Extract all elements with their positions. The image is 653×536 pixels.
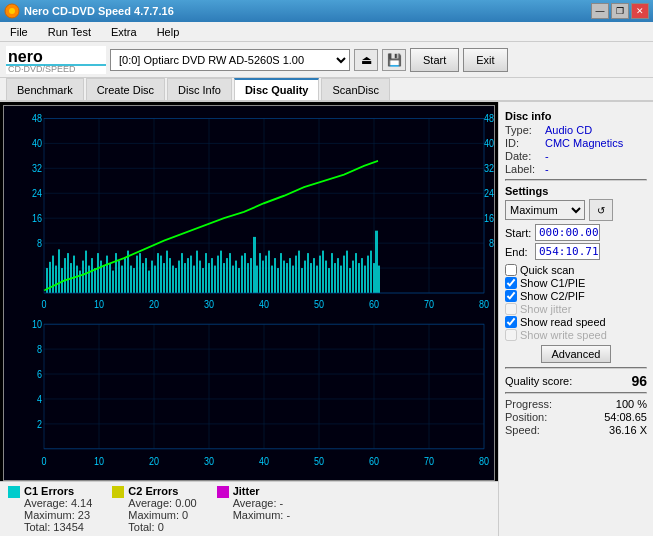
tab-scandisc[interactable]: ScanDisc [321, 78, 389, 100]
menu-file[interactable]: File [4, 24, 34, 40]
c2-color [112, 486, 124, 498]
tab-disc-quality[interactable]: Disc Quality [234, 78, 320, 100]
show-read-speed-checkbox[interactable] [505, 316, 517, 328]
show-write-speed-label: Show write speed [520, 329, 607, 341]
svg-rect-39 [58, 249, 60, 293]
svg-rect-118 [295, 256, 297, 293]
svg-rect-68 [145, 258, 147, 293]
svg-text:30: 30 [204, 455, 214, 467]
show-jitter-checkbox[interactable] [505, 303, 517, 315]
svg-rect-111 [274, 258, 276, 293]
jitter-title: Jitter [233, 485, 290, 497]
svg-text:24: 24 [484, 187, 494, 199]
svg-text:16: 16 [484, 212, 494, 224]
svg-rect-81 [184, 263, 186, 293]
svg-rect-84 [193, 266, 195, 293]
restore-button[interactable]: ❐ [611, 3, 629, 19]
svg-rect-67 [142, 263, 144, 293]
svg-rect-100 [241, 256, 243, 293]
main-content: 48 40 32 24 16 8 48 40 32 24 16 8 [0, 102, 653, 536]
menu-run-test[interactable]: Run Test [42, 24, 97, 40]
right-panel: Disc info Type: Audio CD ID: CMC Magneti… [498, 102, 653, 536]
chart-area: 48 40 32 24 16 8 48 40 32 24 16 8 [3, 105, 495, 481]
toolbar: nero CD·DVD/SPEED [0:0] Optiarc DVD RW A… [0, 42, 653, 78]
svg-text:10: 10 [94, 455, 104, 467]
title-controls: — ❐ ✕ [591, 3, 649, 19]
position-row: Position: 54:08.65 [505, 411, 647, 423]
svg-rect-124 [313, 258, 315, 293]
svg-rect-63 [130, 266, 132, 293]
svg-rect-80 [181, 253, 183, 293]
svg-text:32: 32 [484, 162, 494, 174]
svg-text:80: 80 [479, 298, 489, 310]
svg-rect-130 [331, 253, 333, 293]
svg-rect-141 [364, 266, 366, 293]
svg-rect-127 [322, 251, 324, 293]
c2-title: C2 Errors [128, 485, 196, 497]
svg-rect-103 [250, 258, 252, 293]
svg-rect-56 [109, 263, 111, 293]
svg-rect-71 [154, 266, 156, 293]
svg-text:60: 60 [369, 298, 379, 310]
tab-create-disc[interactable]: Create Disc [86, 78, 165, 100]
quick-scan-row: Quick scan [505, 264, 647, 276]
svg-rect-143 [370, 251, 372, 293]
disc-id-label: ID: [505, 137, 545, 149]
show-read-speed-row: Show read speed [505, 316, 647, 328]
chart-svg: 48 40 32 24 16 8 48 40 32 24 16 8 [4, 106, 494, 480]
quick-scan-checkbox[interactable] [505, 264, 517, 276]
exit-button[interactable]: Exit [463, 48, 507, 72]
svg-rect-119 [298, 251, 300, 293]
show-c2-pif-label: Show C2/PIF [520, 290, 585, 302]
svg-rect-120 [301, 268, 303, 293]
svg-rect-113 [280, 253, 282, 293]
disc-type-row: Type: Audio CD [505, 124, 647, 136]
settings-refresh-icon[interactable]: ↺ [589, 199, 613, 221]
svg-text:4: 4 [37, 393, 42, 405]
svg-text:48: 48 [32, 112, 42, 124]
svg-rect-140 [361, 258, 363, 293]
end-time-label: End: [505, 246, 535, 258]
minimize-button[interactable]: — [591, 3, 609, 19]
svg-rect-146 [378, 266, 380, 293]
svg-text:60: 60 [369, 455, 379, 467]
svg-rect-78 [175, 268, 177, 293]
tab-benchmark[interactable]: Benchmark [6, 78, 84, 100]
save-icon[interactable]: 💾 [382, 49, 406, 71]
svg-rect-139 [358, 263, 360, 293]
start-button[interactable]: Start [410, 48, 459, 72]
c1-avg: Average: 4.14 [24, 497, 92, 509]
disc-label-row: Label: - [505, 163, 647, 175]
svg-rect-137 [352, 261, 354, 293]
svg-rect-131 [334, 263, 336, 293]
disc-date-value: - [545, 150, 549, 162]
position-label: Position: [505, 411, 547, 423]
show-c1-pie-row: Show C1/PIE [505, 277, 647, 289]
settings-select[interactable]: Maximum High Medium Low [505, 200, 585, 220]
c1-total: Total: 13454 [24, 521, 92, 533]
jitter-max: Maximum: - [233, 509, 290, 521]
show-c2-pif-checkbox[interactable] [505, 290, 517, 302]
nero-logo: nero CD·DVD/SPEED [6, 46, 106, 74]
svg-rect-123 [310, 263, 312, 293]
start-time-value: 000:00.00 [535, 224, 600, 241]
show-write-speed-checkbox[interactable] [505, 329, 517, 341]
svg-rect-94 [223, 263, 225, 293]
c2-total: Total: 0 [128, 521, 196, 533]
svg-rect-121 [304, 261, 306, 293]
close-button[interactable]: ✕ [631, 3, 649, 19]
eject-icon[interactable]: ⏏ [354, 49, 378, 71]
start-time-row: Start: 000:00.00 [505, 224, 647, 241]
svg-text:40: 40 [259, 298, 269, 310]
tab-disc-info[interactable]: Disc Info [167, 78, 232, 100]
menu-help[interactable]: Help [151, 24, 186, 40]
advanced-button[interactable]: Advanced [541, 345, 612, 363]
position-value: 54:08.65 [604, 411, 647, 423]
drive-selector[interactable]: [0:0] Optiarc DVD RW AD-5260S 1.00 [110, 49, 350, 71]
menu-extra[interactable]: Extra [105, 24, 143, 40]
svg-rect-77 [172, 266, 174, 293]
jitter-color [217, 486, 229, 498]
tab-bar: Benchmark Create Disc Disc Info Disc Qua… [0, 78, 653, 102]
svg-rect-89 [208, 263, 210, 293]
show-c1-pie-checkbox[interactable] [505, 277, 517, 289]
